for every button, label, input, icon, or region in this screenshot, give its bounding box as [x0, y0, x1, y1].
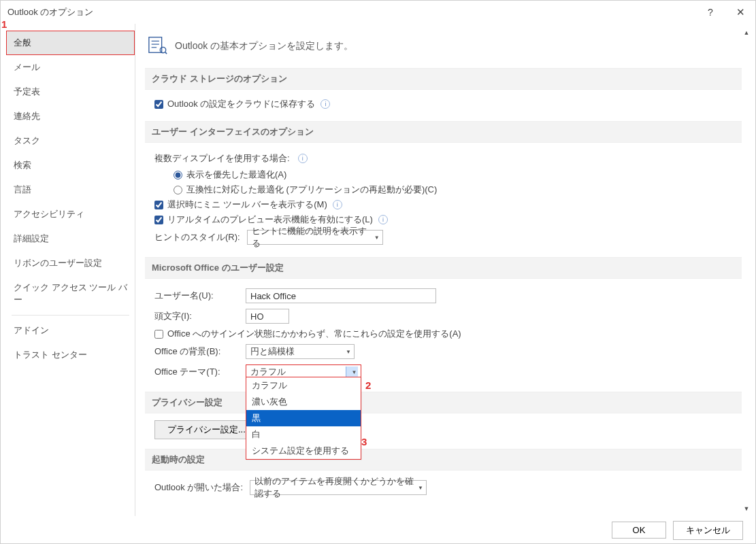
- background-row: Office の背景(B): 円と縞模様 ▼: [154, 341, 736, 362]
- radio-optimize-display[interactable]: 表示を優先した最適化(A): [174, 167, 286, 182]
- sidebar-item-general[interactable]: 全般: [6, 31, 135, 55]
- ok-button[interactable]: OK: [612, 522, 666, 539]
- section-body-office: ユーザー名(U): 頭文字(I): Office へのサインイン状態にかかわらず…: [145, 279, 742, 392]
- checkbox-always-use-label: Office へのサインイン状態にかかわらず、常にこれらの設定を使用する(A): [167, 328, 461, 340]
- checkbox-mini-toolbar-label: 選択時にミニ ツール バーを表示する(M): [167, 199, 327, 211]
- checkbox-save-cloud[interactable]: Outlook の設定をクラウドに保存する i: [154, 97, 330, 112]
- sidebar-item-tasks[interactable]: タスク: [6, 129, 135, 153]
- username-row: ユーザー名(U):: [154, 286, 736, 306]
- startup-label: Outlook が開いた場合:: [154, 481, 243, 494]
- options-dialog: 1 Outlook のオプション ? ✕ 全般 メール 予定表 連絡先 タスク …: [0, 0, 756, 544]
- username-input[interactable]: [246, 288, 436, 303]
- radio-optimize-compat-label: 互換性に対応した最適化 (アプリケーションの再起動が必要)(C): [186, 184, 437, 196]
- sidebar-item-accessibility[interactable]: アクセシビリティ: [6, 202, 135, 226]
- sidebar-item-mail[interactable]: メール: [6, 55, 135, 80]
- hint-style-label: ヒントのスタイル(R):: [154, 231, 240, 243]
- scrollbar[interactable]: ▲ ▼: [740, 27, 753, 515]
- theme-option-darkgray[interactable]: 濃い灰色: [246, 394, 361, 410]
- content: 2 3 Outlook の基本オプショ: [135, 24, 755, 517]
- sidebar-item-calendar[interactable]: 予定表: [6, 80, 135, 104]
- startup-row: Outlook が開いた場合: 以前のアイテムを再度開くかどうかを確認する ▼: [154, 477, 736, 498]
- checkbox-save-cloud-label: Outlook の設定をクラウドに保存する: [167, 98, 315, 110]
- checkbox-always-use[interactable]: Office へのサインイン状態にかかわらず、常にこれらの設定を使用する(A): [154, 326, 461, 341]
- checkbox-mini-toolbar-input[interactable]: [154, 201, 163, 209]
- initials-row: 頭文字(I):: [154, 306, 736, 326]
- section-body-ui: 複数ディスプレイを使用する場合: i 表示を優先した最適化(A) 互換性に対応し…: [145, 143, 742, 257]
- chevron-down-icon: ▼: [342, 349, 351, 355]
- theme-row: Office テーマ(T): カラフル ▼ カラフル 濃い灰色 黒: [154, 362, 736, 382]
- radio-optimize-display-label: 表示を優先した最適化(A): [186, 169, 286, 181]
- chevron-down-icon: ▼: [348, 369, 357, 375]
- hint-style-combo[interactable]: ヒントに機能の説明を表示する ▼: [247, 230, 383, 245]
- office-background-value: 円と縞模様: [250, 345, 295, 358]
- section-title-office: Microsoft Office のユーザー設定: [145, 257, 742, 279]
- sidebar-item-ribbon[interactable]: リボンのユーザー設定: [6, 251, 135, 275]
- startup-value: 以前のアイテムを再度開くかどうかを確認する: [254, 475, 414, 500]
- main: 全般 メール 予定表 連絡先 タスク 検索 言語 アクセシビリティ 詳細設定 リ…: [1, 24, 755, 517]
- sidebar-separator: [12, 315, 129, 316]
- username-label: ユーザー名(U):: [154, 290, 239, 302]
- multi-display-label-row: 複数ディスプレイを使用する場合: i: [154, 150, 736, 167]
- general-options-icon: [148, 35, 168, 57]
- office-theme-dropdown[interactable]: カラフル 濃い灰色 黒 白 システム設定を使用する: [246, 377, 361, 460]
- section-body-cloud: Outlook の設定をクラウドに保存する i: [145, 90, 742, 121]
- svg-line-5: [165, 52, 167, 54]
- info-icon[interactable]: i: [378, 215, 388, 224]
- info-icon[interactable]: i: [298, 154, 308, 163]
- section-title-cloud: クラウド ストレージのオプション: [145, 68, 742, 90]
- sidebar-item-qat[interactable]: クイック アクセス ツール バー: [6, 275, 135, 312]
- section-title-privacy: プライバシー設定: [145, 392, 742, 413]
- theme-option-white[interactable]: 白: [246, 426, 361, 443]
- help-button[interactable]: ?: [695, 1, 725, 24]
- section-body-privacy: プライバシー設定...: [145, 413, 742, 449]
- checkbox-always-use-input[interactable]: [154, 330, 163, 339]
- hint-style-row: ヒントのスタイル(R): ヒントに機能の説明を表示する ▼: [154, 227, 736, 248]
- titlebar: Outlook のオプション ? ✕: [1, 1, 755, 24]
- sidebar-item-trust-center[interactable]: トラスト センター: [6, 343, 135, 367]
- initials-label: 頭文字(I):: [154, 310, 239, 322]
- radio-optimize-display-input[interactable]: [174, 171, 182, 180]
- info-icon[interactable]: i: [333, 200, 342, 209]
- dialog-title: Outlook のオプション: [7, 6, 93, 18]
- sidebar-item-language[interactable]: 言語: [6, 177, 135, 202]
- checkbox-mini-toolbar[interactable]: 選択時にミニ ツール バーを表示する(M) i: [154, 197, 342, 212]
- section-title-startup: 起動時の設定: [145, 449, 742, 471]
- scroll-down-icon[interactable]: ▼: [740, 503, 753, 515]
- chevron-down-icon: ▼: [370, 235, 380, 241]
- sidebar-item-advanced[interactable]: 詳細設定: [6, 226, 135, 251]
- hint-style-value: ヒントに機能の説明を表示する: [252, 225, 370, 250]
- initials-input[interactable]: [246, 309, 289, 324]
- radio-optimize-compat-input[interactable]: [174, 186, 182, 194]
- checkbox-save-cloud-input[interactable]: [154, 100, 163, 109]
- close-button[interactable]: ✕: [725, 1, 755, 24]
- checkbox-live-preview-label: リアルタイムのプレビュー表示機能を有効にする(L): [167, 214, 373, 226]
- chevron-down-icon: ▼: [414, 485, 423, 491]
- section-title-ui: ユーザー インターフェイスのオプション: [145, 121, 742, 143]
- page-title: Outlook の基本オプションを設定します。: [175, 40, 353, 52]
- office-background-combo[interactable]: 円と縞模様 ▼: [246, 344, 355, 359]
- sidebar: 全般 メール 予定表 連絡先 タスク 検索 言語 アクセシビリティ 詳細設定 リ…: [6, 24, 135, 517]
- theme-label: Office テーマ(T):: [154, 366, 239, 378]
- theme-option-colorful[interactable]: カラフル: [246, 377, 361, 394]
- radio-optimize-compat[interactable]: 互換性に対応した最適化 (アプリケーションの再起動が必要)(C): [174, 182, 437, 197]
- multi-display-label: 複数ディスプレイを使用する場合:: [154, 152, 290, 165]
- theme-option-black[interactable]: 黒: [246, 410, 361, 426]
- sidebar-item-contacts[interactable]: 連絡先: [6, 104, 135, 129]
- titlebar-controls: ? ✕: [695, 1, 755, 24]
- scroll-up-icon[interactable]: ▲: [740, 27, 753, 39]
- sidebar-item-search[interactable]: 検索: [6, 153, 135, 177]
- sidebar-item-addins[interactable]: アドイン: [6, 318, 135, 343]
- checkbox-live-preview-input[interactable]: [154, 216, 163, 224]
- combo-arrow-button[interactable]: ▼: [346, 367, 358, 377]
- privacy-settings-button[interactable]: プライバシー設定...: [154, 420, 259, 439]
- page-title-row: Outlook の基本オプションを設定します。: [145, 29, 742, 68]
- content-inner: Outlook の基本オプションを設定します。 クラウド ストレージのオプション…: [135, 24, 755, 517]
- section-body-startup: Outlook が開いた場合: 以前のアイテムを再度開くかどうかを確認する ▼: [145, 471, 742, 507]
- info-icon[interactable]: i: [321, 99, 330, 109]
- theme-option-system[interactable]: システム設定を使用する: [246, 443, 361, 459]
- cancel-button[interactable]: キャンセル: [673, 521, 743, 540]
- startup-combo[interactable]: 以前のアイテムを再度開くかどうかを確認する ▼: [250, 480, 427, 495]
- dialog-footer: OK キャンセル: [1, 516, 755, 543]
- background-label: Office の背景(B):: [154, 345, 239, 358]
